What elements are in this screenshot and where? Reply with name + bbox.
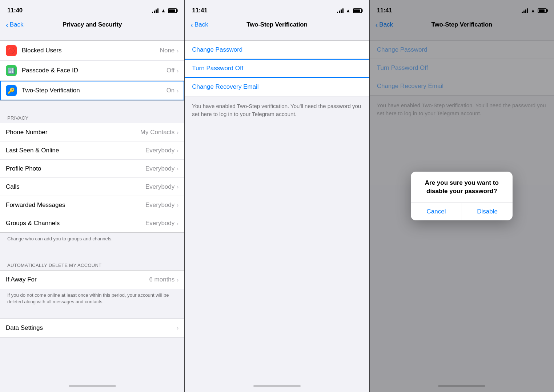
home-indicator-1	[0, 380, 184, 392]
calls-label: Calls	[6, 183, 145, 191]
calls-row[interactable]: Calls Everybody ›	[0, 178, 184, 196]
calls-chevron: ›	[177, 184, 178, 190]
change-password-row-2[interactable]: Change Password	[185, 41, 369, 59]
passcode-row[interactable]: 🔢 Passcode & Face ID Off ›	[0, 61, 184, 81]
status-icons-1: ▲	[152, 8, 177, 13]
two-step-label: Two-Step Verification	[22, 87, 166, 94]
forwarded-label: Forwarded Messages	[6, 201, 145, 209]
signal-icon-2	[337, 8, 344, 13]
content-1: 🚫 Blocked Users None › 🔢 Passcode & Face…	[0, 33, 184, 380]
last-seen-chevron: ›	[177, 147, 178, 153]
tsv-group-2: Change Password Turn Password Off Change…	[185, 40, 369, 96]
status-bar-1: 11:40 ▲	[0, 0, 184, 18]
status-icons-2: ▲	[337, 8, 362, 13]
profile-photo-chevron: ›	[177, 165, 178, 172]
if-away-value: 6 months	[149, 276, 174, 283]
back-chevron-2: ‹	[190, 21, 193, 28]
groups-label: Groups & Channels	[6, 220, 145, 227]
groups-row[interactable]: Groups & Channels Everybody ›	[0, 214, 184, 232]
last-seen-label: Last Seen & Online	[6, 147, 145, 154]
turn-password-off-label-2: Turn Password Off	[192, 65, 243, 72]
if-away-label: If Away For	[6, 276, 149, 283]
profile-photo-value: Everybody	[145, 165, 174, 172]
dialog-title: Are you sure you want to disable your pa…	[417, 179, 507, 195]
disable-password-dialog: Are you sure you want to disable your pa…	[411, 172, 513, 220]
back-chevron-1: ‹	[6, 21, 8, 28]
privacy-section: PRIVACY Phone Number My Contacts › Last …	[0, 108, 184, 248]
phone-number-value: My Contacts	[140, 129, 174, 136]
forwarded-row[interactable]: Forwarded Messages Everybody ›	[0, 196, 184, 214]
auto-delete-label: AUTOMATICALLY DELETE MY ACCOUNT	[0, 255, 184, 270]
if-away-row[interactable]: If Away For 6 months ›	[0, 271, 184, 289]
change-password-label-2: Change Password	[192, 46, 242, 53]
security-group: 🚫 Blocked Users None › 🔢 Passcode & Face…	[0, 40, 184, 101]
two-step-value: On	[166, 87, 175, 94]
blocked-users-row[interactable]: 🚫 Blocked Users None ›	[0, 41, 184, 61]
privacy-footer: Change who can add you to groups and cha…	[0, 233, 184, 248]
data-settings-row[interactable]: Data Settings ›	[0, 319, 184, 337]
groups-value: Everybody	[145, 220, 174, 227]
blocked-label: Blocked Users	[22, 47, 160, 54]
home-indicator-2	[185, 380, 369, 392]
dialog-content: Are you sure you want to disable your pa…	[411, 172, 513, 195]
profile-photo-row[interactable]: Profile Photo Everybody ›	[0, 160, 184, 178]
phone-number-chevron: ›	[177, 129, 178, 135]
back-label-1: Back	[10, 21, 24, 28]
back-button-2[interactable]: ‹ Back	[190, 21, 220, 28]
auto-delete-footer: If you do not come online at least once …	[0, 289, 184, 311]
passcode-label: Passcode & Face ID	[22, 67, 166, 74]
data-settings-group: Data Settings ›	[0, 319, 184, 337]
data-settings-label: Data Settings	[6, 324, 177, 332]
wifi-icon-2: ▲	[346, 8, 351, 13]
nav-title-2: Two-Step Verification	[220, 21, 334, 28]
back-button-1[interactable]: ‹ Back	[6, 21, 35, 28]
dialog-actions: Cancel Disable	[411, 203, 513, 220]
battery-icon-2	[353, 8, 362, 13]
groups-chevron: ›	[177, 220, 178, 227]
change-recovery-row-2[interactable]: Change Recovery Email	[185, 78, 369, 96]
dialog-overlay: Are you sure you want to disable your pa…	[370, 0, 554, 392]
disable-button[interactable]: Disable	[462, 203, 513, 220]
nav-bar-1: ‹ Back Privacy and Security	[0, 18, 184, 33]
blocked-icon: 🚫	[6, 45, 17, 56]
two-step-chevron: ›	[177, 88, 178, 94]
signal-icon-1	[152, 8, 158, 13]
panel-two-step-1: 11:41 ▲ ‹ Back Two-Step Verification Ch	[184, 0, 369, 392]
change-recovery-label-2: Change Recovery Email	[192, 83, 258, 91]
security-section: 🚫 Blocked Users None › 🔢 Passcode & Face…	[0, 40, 184, 101]
forwarded-chevron: ›	[177, 202, 178, 208]
blocked-chevron: ›	[177, 48, 178, 54]
passcode-chevron: ›	[177, 68, 178, 74]
content-2: Change Password Turn Password Off Change…	[185, 33, 369, 380]
nav-title-1: Privacy and Security	[35, 21, 149, 28]
cancel-button[interactable]: Cancel	[411, 203, 462, 220]
last-seen-row[interactable]: Last Seen & Online Everybody ›	[0, 141, 184, 160]
auto-delete-group: If Away For 6 months ›	[0, 270, 184, 289]
turn-password-off-row-2[interactable]: Turn Password Off	[185, 59, 369, 78]
last-seen-value: Everybody	[145, 147, 174, 154]
nav-bar-2: ‹ Back Two-Step Verification	[185, 18, 369, 33]
battery-icon-1	[168, 8, 177, 13]
panel-privacy-security: 11:40 ▲ ‹ Back Privacy and Security	[0, 0, 184, 392]
two-step-icon: 🔑	[6, 85, 17, 96]
status-bar-2: 11:41 ▲	[185, 0, 369, 18]
panel-two-step-2: 11:41 ▲ ‹ Back Two-Step Verification Ch	[369, 0, 554, 392]
passcode-value: Off	[166, 67, 174, 74]
calls-value: Everybody	[145, 183, 174, 191]
status-time-2: 11:41	[192, 7, 207, 14]
blocked-value: None	[160, 47, 175, 54]
privacy-section-label: PRIVACY	[0, 108, 184, 123]
data-settings-chevron: ›	[177, 325, 178, 331]
phone-number-label: Phone Number	[6, 129, 140, 136]
status-time-1: 11:40	[7, 7, 23, 14]
auto-delete-section: AUTOMATICALLY DELETE MY ACCOUNT If Away …	[0, 255, 184, 311]
phone-number-row[interactable]: Phone Number My Contacts ›	[0, 123, 184, 141]
wifi-icon-1: ▲	[161, 8, 166, 13]
privacy-group: Phone Number My Contacts › Last Seen & O…	[0, 123, 184, 233]
if-away-chevron: ›	[177, 277, 178, 283]
forwarded-value: Everybody	[145, 201, 174, 209]
back-label-2: Back	[194, 21, 208, 28]
two-step-row[interactable]: 🔑 Two-Step Verification On ›	[0, 81, 184, 100]
data-settings-section: Data Settings ›	[0, 319, 184, 337]
tsv-info-2: You have enabled Two-Step verification. …	[185, 96, 369, 124]
